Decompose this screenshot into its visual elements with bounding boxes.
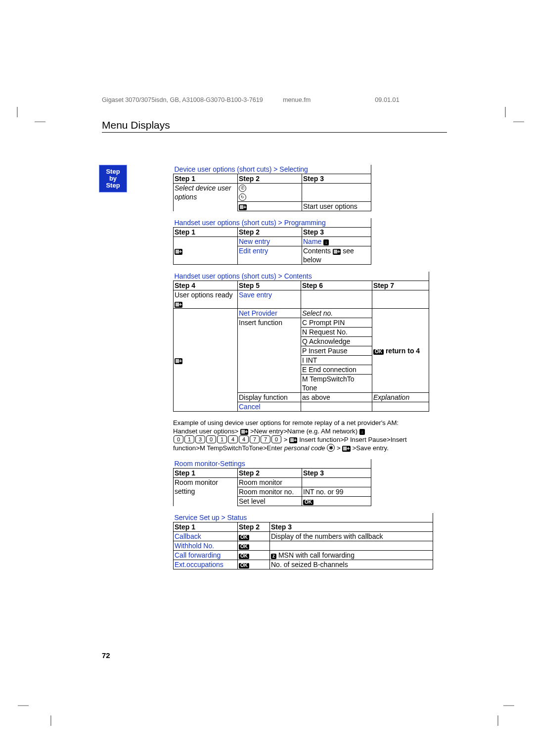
cell xyxy=(302,478,371,487)
cell: Room monitor xyxy=(238,478,302,487)
keypad-key-icon: 3 xyxy=(195,435,205,443)
cell: Display function xyxy=(238,393,301,402)
keypad-key-icon: 1 xyxy=(217,435,227,443)
cell xyxy=(238,532,270,541)
table-device-user-options: Device user options (short cuts) > Selec… xyxy=(173,165,371,211)
text: personal code xyxy=(284,444,325,452)
cell: User options ready xyxy=(174,290,238,309)
keypad-key-icon: 4 xyxy=(239,435,249,443)
cell xyxy=(372,318,429,328)
page-number: 72 xyxy=(102,651,110,660)
crop-mark: | xyxy=(504,105,507,118)
cell: Select device user options xyxy=(174,184,238,211)
step-by-step-tab: Step by Step xyxy=(99,165,127,192)
ok-icon xyxy=(239,535,249,540)
col-head: Step 1 xyxy=(174,469,238,478)
col-head: Step 3 xyxy=(302,469,371,478)
col-head: Step 7 xyxy=(372,281,429,290)
col-head: Step 1 xyxy=(174,522,238,532)
table-room-monitor: Room monitor-Settings Step 1 Step 2 Step… xyxy=(173,459,371,506)
col-head: Step 6 xyxy=(301,281,372,290)
col-head: Step 2 xyxy=(238,469,302,478)
cell: Save entry xyxy=(238,290,301,309)
cell: P Insert Pause xyxy=(301,346,372,356)
star-icon xyxy=(327,444,335,452)
text: return to 4 xyxy=(386,347,420,355)
redial-icon: ↻ xyxy=(239,193,246,201)
steptab-line: Step xyxy=(99,182,127,189)
runhead-left: Gigaset 3070/3075isdn, GB, A31008-G3070-… xyxy=(102,96,263,103)
cell: INT no. or 99 xyxy=(302,487,371,497)
cell xyxy=(302,184,371,193)
cell: Room monitor no. xyxy=(238,487,302,497)
col-head: Step 5 xyxy=(238,281,301,290)
keypad-key-icon: 7 xyxy=(250,435,260,443)
text: Contents xyxy=(303,247,331,255)
table-caption: Device user options (short cuts) > Selec… xyxy=(174,165,371,174)
cell: Start user options xyxy=(302,202,371,211)
ok-icon xyxy=(239,544,249,550)
cell xyxy=(238,551,270,560)
crop-mark: — xyxy=(18,699,29,711)
cell: Q Acknowledge xyxy=(301,337,372,346)
cell xyxy=(301,290,372,309)
runhead-mid: menue.fm xyxy=(283,96,311,103)
cell: Room monitor setting xyxy=(174,478,238,506)
crop-mark: | xyxy=(16,105,19,118)
text: Handset user options> xyxy=(173,427,240,435)
cell: Display of the numbers with callback xyxy=(270,532,433,541)
cell: Insert function xyxy=(238,318,301,393)
digit-sequence: 0130144770 xyxy=(173,436,282,443)
cell: as above xyxy=(301,393,372,402)
text: MSN with call forwarding xyxy=(278,551,355,559)
cell: Explanation xyxy=(372,393,429,402)
page: Gigaset 3070/3075isdn, GB, A31008-G3070-… xyxy=(102,96,458,135)
crop-mark: — xyxy=(35,115,45,128)
table-handset-contents: Handset user options (short cuts) > Cont… xyxy=(173,272,429,412)
crop-mark: | xyxy=(496,713,499,726)
cell: I INT xyxy=(301,356,372,365)
cell: N Request No. xyxy=(301,328,372,337)
col-head: Step 3 xyxy=(270,522,433,532)
cell xyxy=(238,560,270,569)
keypad-key-icon: 0 xyxy=(206,435,216,443)
menu-icon xyxy=(175,249,182,255)
col-head: Step 2 xyxy=(238,522,270,532)
cell: Contents see below xyxy=(302,246,371,265)
cell: New entry xyxy=(238,237,302,246)
cell: Cancel xyxy=(238,402,301,412)
text: > xyxy=(335,444,342,452)
menu-icon xyxy=(239,204,247,210)
text: Service Set up > xyxy=(175,514,227,521)
col-head: Step 3 xyxy=(302,174,371,184)
col-head: Step 2 xyxy=(238,228,302,237)
down-icon xyxy=(359,429,365,435)
steptab-line: by xyxy=(99,175,127,182)
menu-icon xyxy=(289,437,297,443)
text: Name xyxy=(303,237,321,245)
cell xyxy=(174,318,238,328)
cell xyxy=(174,309,238,318)
cell: Edit entry xyxy=(238,246,302,265)
running-head: Gigaset 3070/3075isdn, GB, A31008-G3070-… xyxy=(102,96,458,103)
table-caption: Handset user options (short cuts) > Cont… xyxy=(174,272,429,281)
table-caption: Handset user options (short cuts) > Prog… xyxy=(174,218,371,228)
text: Select device user xyxy=(175,184,231,192)
cell: Ext.occupations xyxy=(174,560,238,569)
keypad-key-icon: 0 xyxy=(271,435,281,443)
cell: ✆ xyxy=(238,184,302,193)
table-caption: Service Set up > Status xyxy=(174,513,433,522)
col-head: Step 2 xyxy=(238,174,302,184)
text: Status xyxy=(227,514,247,521)
text: Example of using device user options for… xyxy=(173,419,399,426)
table-service-status: Service Set up > Status Step 1 Step 2 St… xyxy=(173,513,433,569)
table-handset-programming: Handset user options (short cuts) > Prog… xyxy=(173,218,371,265)
cell: Callback xyxy=(174,532,238,541)
ok-icon xyxy=(303,500,313,505)
col-head: Step 3 xyxy=(302,228,371,237)
menu-icon xyxy=(342,446,350,452)
table-caption: Room monitor-Settings xyxy=(174,459,371,469)
ok-icon xyxy=(239,554,249,559)
keypad-key-icon: 7 xyxy=(261,435,270,443)
cell: Set level xyxy=(238,497,302,506)
